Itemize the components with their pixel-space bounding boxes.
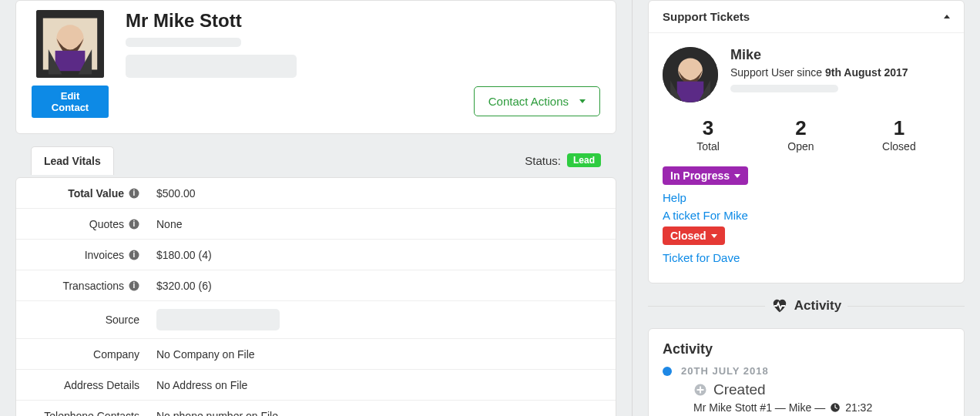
contact-actions-label: Contact Actions bbox=[488, 95, 569, 108]
support-tickets-panel: Support Tickets Mike bbox=[648, 0, 965, 283]
svg-text:i: i bbox=[133, 220, 136, 228]
svg-text:i: i bbox=[133, 281, 136, 290]
avatar bbox=[36, 10, 104, 78]
chevron-up-icon bbox=[944, 15, 950, 18]
avatar-placeholder-icon bbox=[663, 47, 718, 102]
timeline-dot-icon bbox=[663, 367, 672, 376]
activity-event-sub: Mr Mike Stott #1 — Mike — bbox=[693, 401, 825, 414]
status-badge: Lead bbox=[567, 153, 601, 167]
ticket-link[interactable]: A ticket For Mike bbox=[663, 209, 950, 222]
tickets-open-stat: 2 Open bbox=[787, 116, 814, 153]
tab-lead-vitals[interactable]: Lead Vitals bbox=[31, 146, 114, 175]
vitals-value-invoices: $180.00 (4) bbox=[147, 241, 616, 269]
vitals-label-transactions: Transactions i bbox=[16, 272, 147, 300]
svg-text:i: i bbox=[133, 189, 136, 197]
activity-panel: Activity 20TH JULY 2018 Created Mr Mike … bbox=[648, 328, 965, 416]
tickets-total-stat: 3 Total bbox=[696, 116, 720, 153]
skeleton-line bbox=[730, 85, 838, 92]
chevron-down-icon bbox=[734, 174, 740, 178]
support-user-name: Mike bbox=[730, 47, 908, 63]
source-field[interactable] bbox=[156, 309, 280, 330]
vitals-label-total-value: Total Value i bbox=[16, 179, 147, 207]
vitals-label-source: Source bbox=[16, 306, 147, 334]
vitals-value-address: No Address on File bbox=[147, 371, 616, 399]
vitals-label-invoices: Invoices i bbox=[16, 241, 147, 269]
svg-rect-3 bbox=[55, 51, 86, 71]
chevron-down-icon bbox=[711, 234, 717, 238]
support-avatar bbox=[663, 47, 718, 102]
activity-item: Created Mr Mike Stott #1 — Mike — 21:32 bbox=[663, 381, 950, 414]
activity-date: 20TH JULY 2018 bbox=[681, 365, 950, 377]
vitals-label-quotes: Quotes i bbox=[16, 210, 147, 238]
svg-text:i: i bbox=[133, 250, 136, 259]
activity-heading: Activity bbox=[663, 341, 950, 357]
activity-divider: Activity bbox=[648, 297, 965, 314]
activity-event-title: Created bbox=[713, 381, 766, 398]
heartbeat-icon bbox=[771, 297, 788, 314]
vitals-value-quotes: None bbox=[147, 210, 616, 238]
support-user-since: Support User since 9th August 2017 bbox=[730, 66, 908, 79]
activity-divider-label: Activity bbox=[794, 298, 841, 314]
vitals-label-telephone: Telephone Contacts bbox=[16, 402, 147, 416]
ticket-link[interactable]: Ticket for Dave bbox=[663, 251, 950, 264]
ticket-group-in-progress[interactable]: In Progress bbox=[663, 166, 748, 185]
chevron-down-icon bbox=[579, 99, 586, 103]
edit-contact-button[interactable]: Edit Contact bbox=[32, 86, 109, 118]
info-icon[interactable]: i bbox=[129, 219, 139, 230]
activity-event-time: 21:32 bbox=[845, 401, 872, 414]
info-icon[interactable]: i bbox=[129, 250, 139, 260]
status-label: Status: bbox=[525, 154, 561, 167]
lead-vitals-section: Lead Vitals Status: Lead Total Value i $… bbox=[15, 143, 616, 416]
tickets-closed-stat: 1 Closed bbox=[882, 116, 916, 153]
plus-circle-icon bbox=[693, 383, 707, 397]
avatar-placeholder-icon bbox=[36, 10, 104, 78]
info-icon[interactable]: i bbox=[129, 188, 139, 199]
contact-header-card: Edit Contact Mr Mike Stott Contact Actio… bbox=[15, 0, 616, 134]
clock-icon bbox=[830, 402, 841, 413]
skeleton-block bbox=[126, 55, 297, 78]
support-tickets-header[interactable]: Support Tickets bbox=[649, 1, 964, 33]
contact-actions-button[interactable]: Contact Actions bbox=[474, 86, 600, 116]
ticket-group-closed[interactable]: Closed bbox=[663, 226, 725, 245]
info-icon[interactable]: i bbox=[129, 280, 139, 291]
vitals-value-transactions: $320.00 (6) bbox=[147, 272, 616, 300]
ticket-link[interactable]: Help bbox=[663, 191, 950, 204]
skeleton-line bbox=[126, 38, 241, 47]
support-tickets-title: Support Tickets bbox=[663, 10, 750, 23]
vitals-label-address: Address Details bbox=[16, 371, 147, 399]
svg-point-13 bbox=[678, 58, 703, 82]
vitals-value-total: $500.00 bbox=[147, 179, 616, 207]
svg-rect-14 bbox=[677, 82, 704, 102]
contact-name: Mr Mike Stott bbox=[126, 10, 600, 32]
vitals-value-telephone: No phone number on File bbox=[147, 402, 616, 416]
vitals-value-company: No Company on File bbox=[147, 341, 616, 368]
vitals-label-company: Company bbox=[16, 341, 147, 368]
svg-point-2 bbox=[56, 25, 83, 52]
